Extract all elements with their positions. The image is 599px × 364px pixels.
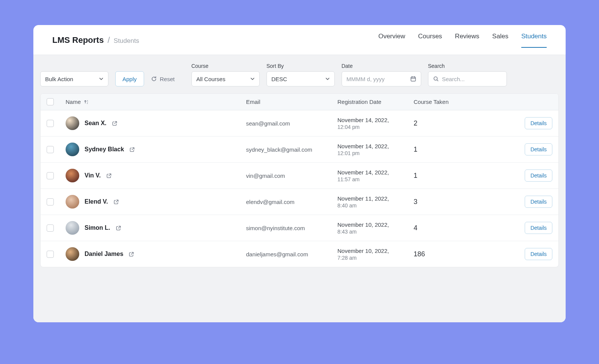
header: LMS Reports / Students OverviewCoursesRe…: [33, 25, 566, 55]
page-title: LMS Reports: [52, 35, 104, 45]
external-link-icon[interactable]: [113, 199, 119, 205]
course-taken-count: 4: [414, 224, 470, 232]
course-taken-count: 186: [414, 250, 470, 258]
student-email: vin@gmail.com: [246, 173, 331, 179]
date-placeholder: MMMM d, yyyy: [347, 76, 410, 82]
avatar: [66, 116, 79, 130]
details-button[interactable]: Details: [525, 169, 552, 182]
search-input[interactable]: [442, 76, 502, 82]
students-table: Name A Z Email Registration Date Course …: [40, 93, 559, 267]
column-header-email: Email: [246, 99, 331, 105]
course-select-value: All Courses: [196, 76, 226, 82]
table-row: Vin V.vin@gmail.comNovember 14, 2022,11:…: [41, 163, 558, 189]
student-email: simon@nyinstitute.com: [246, 225, 331, 231]
row-checkbox[interactable]: [47, 198, 54, 206]
avatar: [66, 247, 79, 261]
reset-group: Reset: [151, 62, 175, 86]
student-name: Simon L.: [85, 224, 110, 231]
table-header: Name A Z Email Registration Date Course …: [41, 94, 558, 110]
student-email: danieljames@gmail.com: [246, 251, 331, 257]
column-header-course-taken: Course Taken: [414, 99, 470, 105]
student-name: Vin V.: [85, 172, 101, 179]
reset-button[interactable]: Reset: [151, 71, 175, 86]
bulk-action-group: Bulk Action: [40, 62, 108, 86]
tab-overview[interactable]: Overview: [378, 33, 405, 48]
registration-date: November 14, 2022,12:04 pm: [337, 117, 408, 130]
report-card: LMS Reports / Students OverviewCoursesRe…: [33, 25, 566, 322]
svg-text:Z: Z: [87, 102, 88, 104]
sort-select[interactable]: DESC: [267, 71, 335, 86]
table-row: Simon L.simon@nyinstitute.comNovember 10…: [41, 215, 558, 241]
tab-reviews[interactable]: Reviews: [455, 33, 479, 48]
avatar: [66, 221, 79, 235]
student-name: Sean X.: [85, 120, 107, 127]
chevron-down-icon: [325, 77, 330, 81]
student-email: sydney_black@gmail.com: [246, 146, 331, 153]
tab-students[interactable]: Students: [521, 33, 547, 48]
registration-date: November 10, 2022,7:28 am: [337, 248, 408, 261]
avatar: [66, 169, 79, 182]
external-link-icon[interactable]: [106, 173, 112, 179]
details-button[interactable]: Details: [525, 196, 552, 208]
course-select[interactable]: All Courses: [191, 71, 260, 86]
student-email: elendv@gmail.com: [246, 199, 331, 205]
search-icon: [433, 76, 439, 82]
registration-date: November 14, 2022,12:01 pm: [337, 143, 408, 156]
student-name: Daniel James: [85, 251, 123, 257]
table-row: Sean X.sean@gmail.comNovember 14, 2022,1…: [41, 110, 558, 136]
search-field[interactable]: [428, 71, 507, 86]
date-filter-label: Date: [342, 63, 421, 69]
avatar: [66, 195, 79, 209]
search-filter-label: Search: [428, 63, 507, 69]
external-link-icon[interactable]: [129, 147, 135, 152]
breadcrumb: LMS Reports / Students: [52, 35, 139, 45]
student-name: Elend V.: [85, 198, 108, 205]
registration-date: November 14, 2022,11:57 am: [337, 169, 408, 182]
course-taken-count: 1: [414, 146, 470, 154]
table-row: Daniel Jamesdanieljames@gmail.comNovembe…: [41, 241, 558, 267]
sort-icon: A Z: [84, 99, 89, 105]
tab-sales[interactable]: Sales: [492, 33, 508, 48]
calendar-icon: [410, 76, 416, 82]
date-input[interactable]: MMMM d, yyyy: [342, 71, 421, 86]
course-filter-group: Course All Courses: [191, 63, 260, 86]
row-checkbox[interactable]: [47, 251, 54, 258]
bulk-action-select[interactable]: Bulk Action: [40, 71, 108, 86]
course-taken-count: 1: [414, 172, 470, 180]
course-taken-count: 3: [414, 198, 470, 206]
sort-filter-group: Sort By DESC: [267, 63, 335, 86]
row-checkbox[interactable]: [47, 172, 54, 179]
external-link-icon[interactable]: [116, 225, 121, 231]
course-taken-count: 2: [414, 119, 470, 127]
details-button[interactable]: Details: [525, 248, 552, 260]
chevron-down-icon: [250, 77, 255, 81]
row-checkbox[interactable]: [47, 146, 54, 153]
table-row: Elend V.elendv@gmail.comNovember 11, 202…: [41, 189, 558, 215]
row-checkbox[interactable]: [47, 224, 54, 232]
external-link-icon[interactable]: [129, 251, 134, 257]
apply-group: Apply: [115, 62, 144, 86]
apply-button[interactable]: Apply: [115, 71, 144, 86]
sort-select-value: DESC: [271, 76, 287, 82]
external-link-icon[interactable]: [112, 121, 118, 126]
row-checkbox[interactable]: [47, 120, 54, 127]
filter-bar: Bulk Action Apply Reset: [40, 62, 559, 93]
registration-date: November 10, 2022,8:43 am: [337, 221, 408, 235]
details-button[interactable]: Details: [525, 222, 552, 234]
table-row: Sydney Blacksydney_black@gmail.comNovemb…: [41, 136, 558, 163]
details-button[interactable]: Details: [525, 117, 552, 129]
column-header-registration: Registration Date: [337, 99, 408, 105]
chevron-down-icon: [99, 77, 103, 81]
breadcrumb-separator: /: [108, 35, 110, 45]
sort-filter-label: Sort By: [267, 63, 335, 69]
select-all-checkbox[interactable]: [47, 98, 54, 105]
tab-courses[interactable]: Courses: [418, 33, 442, 48]
details-button[interactable]: Details: [525, 143, 552, 155]
column-header-name[interactable]: Name A Z: [66, 99, 240, 105]
search-filter-group: Search: [428, 63, 507, 86]
date-filter-group: Date MMMM d, yyyy: [342, 63, 421, 86]
reset-label: Reset: [160, 76, 175, 82]
breadcrumb-current: Students: [114, 37, 139, 45]
reset-icon: [151, 76, 157, 82]
student-name: Sydney Black: [85, 146, 124, 153]
